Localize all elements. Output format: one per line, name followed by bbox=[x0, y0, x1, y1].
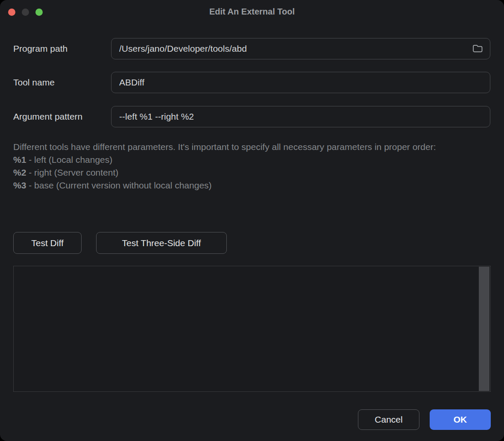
tool-name-input[interactable] bbox=[111, 72, 490, 93]
test-output-area bbox=[13, 266, 491, 392]
program-path-label: Program path bbox=[13, 38, 67, 59]
dialog-footer: Cancel OK bbox=[0, 409, 491, 430]
param-token-1: %1 bbox=[13, 155, 26, 165]
argument-pattern-label: Argument pattern bbox=[13, 106, 82, 127]
tool-name-row: Tool name bbox=[0, 72, 504, 93]
test-three-side-diff-button[interactable]: Test Three-Side Diff bbox=[96, 232, 227, 254]
help-param-1: %1 - left (Local changes) bbox=[13, 153, 475, 166]
param-desc-2: - right (Server content) bbox=[26, 168, 118, 177]
tool-name-label: Tool name bbox=[13, 72, 55, 93]
param-desc-3: - base (Current version without local ch… bbox=[26, 180, 211, 190]
vertical-scrollbar[interactable] bbox=[479, 267, 489, 391]
param-desc-1: - left (Local changes) bbox=[26, 155, 112, 165]
window-title: Edit An External Tool bbox=[0, 0, 504, 24]
parameters-help-text: Different tools have different parameter… bbox=[13, 141, 475, 192]
edit-external-tool-dialog: Edit An External Tool Program path Tool … bbox=[0, 0, 504, 441]
param-token-3: %3 bbox=[13, 180, 26, 190]
titlebar: Edit An External Tool bbox=[0, 0, 504, 24]
ok-button[interactable]: OK bbox=[430, 409, 491, 430]
help-intro: Different tools have different parameter… bbox=[13, 141, 475, 153]
test-output-textarea[interactable] bbox=[14, 266, 490, 391]
program-path-row: Program path bbox=[0, 38, 504, 59]
test-diff-button[interactable]: Test Diff bbox=[13, 232, 82, 254]
param-token-2: %2 bbox=[13, 168, 26, 177]
browse-button[interactable] bbox=[472, 43, 483, 54]
cancel-button[interactable]: Cancel bbox=[358, 409, 419, 430]
test-buttons-row: Test Diff Test Three-Side Diff bbox=[13, 232, 227, 254]
program-path-input[interactable] bbox=[111, 38, 490, 59]
folder-icon bbox=[472, 43, 483, 55]
help-param-3: %3 - base (Current version without local… bbox=[13, 179, 475, 192]
argument-pattern-input[interactable] bbox=[111, 106, 490, 127]
argument-pattern-row: Argument pattern bbox=[0, 106, 504, 127]
help-param-2: %2 - right (Server content) bbox=[13, 166, 475, 179]
